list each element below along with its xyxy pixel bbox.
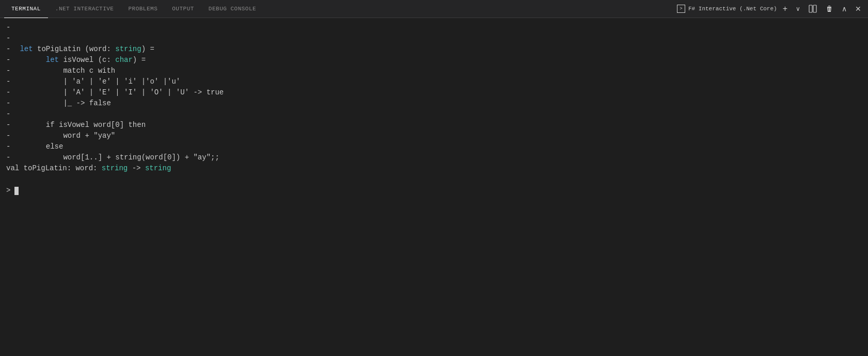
toolbar-right: > F# Interactive (.Net Core) + ∨ ∧ ✕ xyxy=(677,4,864,14)
line-12: - else xyxy=(6,141,862,152)
line-val: val toPigLatin: word: string -> string xyxy=(6,163,862,174)
line-2: - xyxy=(6,33,862,44)
line-7: - | 'A' | 'E' | 'I' | 'O' | 'U' -> true xyxy=(6,87,862,98)
cursor xyxy=(14,187,19,195)
line-8: - |_ -> false xyxy=(6,98,862,109)
close-panel-button[interactable]: ✕ xyxy=(853,4,864,13)
trash-icon xyxy=(825,5,833,13)
line-13: - word[1..] + string(word[0]) + "ay";; xyxy=(6,152,862,163)
line-9: - xyxy=(6,109,862,120)
panel-tabs: TERMINAL .NET INTERACTIVE PROBLEMS OUTPU… xyxy=(0,0,868,18)
add-terminal-button[interactable]: + xyxy=(780,4,790,14)
line-3: - let toPigLatin (word: string) = xyxy=(6,44,862,55)
tab-terminal[interactable]: TERMINAL xyxy=(4,0,48,18)
line-4: - let isVowel (c: char) = xyxy=(6,55,862,66)
split-terminal-button[interactable] xyxy=(806,4,819,14)
chevron-down-button[interactable]: ∨ xyxy=(793,5,803,13)
svg-rect-0 xyxy=(809,5,812,12)
terminal-icon: > xyxy=(677,5,685,13)
line-6: - | 'a' | 'e' | 'i' |'o' |'u' xyxy=(6,76,862,87)
terminal-name-label: > F# Interactive (.Net Core) xyxy=(677,5,777,13)
tab-net-interactive[interactable]: .NET INTERACTIVE xyxy=(48,0,121,18)
tab-output[interactable]: OUTPUT xyxy=(165,0,201,18)
svg-rect-1 xyxy=(813,5,816,12)
prompt-symbol: > xyxy=(6,185,10,196)
line-11: - word + "yay" xyxy=(6,131,862,141)
terminal-body: - - - let toPigLatin (word: string) = - … xyxy=(0,18,868,356)
blank-line xyxy=(6,174,862,183)
tab-problems[interactable]: PROBLEMS xyxy=(121,0,165,18)
line-10: - if isVowel word[0] then xyxy=(6,120,862,131)
prompt-line: > xyxy=(6,185,862,196)
split-icon xyxy=(809,5,817,13)
line-5: - match c with xyxy=(6,66,862,76)
tab-debug-console[interactable]: DEBUG CONSOLE xyxy=(201,0,263,18)
delete-terminal-button[interactable] xyxy=(823,4,836,14)
collapse-panel-button[interactable]: ∧ xyxy=(839,4,849,13)
line-1: - xyxy=(6,22,862,33)
